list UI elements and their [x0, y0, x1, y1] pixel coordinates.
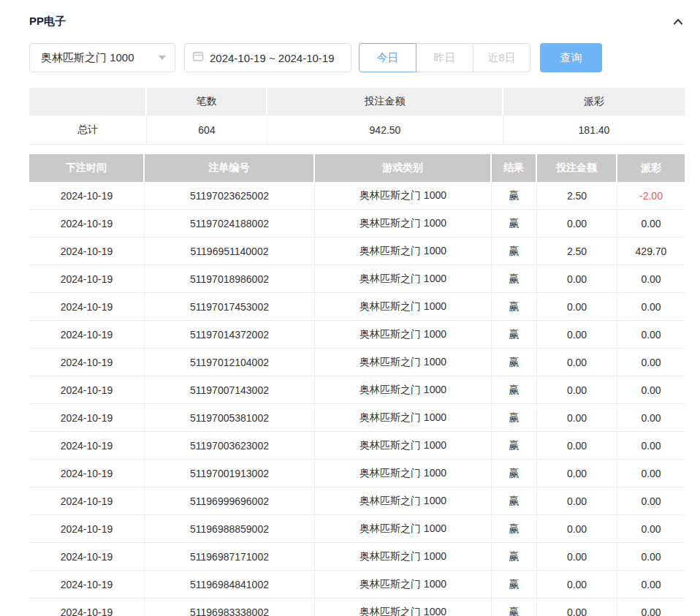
- cell-result: 赢: [492, 543, 537, 571]
- detail-column-header: 游戏类别: [315, 154, 492, 182]
- cell-bet-amount: 2.50: [537, 237, 617, 265]
- cell-game-type: 奥林匹斯之门 1000: [315, 210, 492, 237]
- cell-bet-time: 2024-10-19: [29, 460, 145, 487]
- cell-result: 赢: [492, 404, 537, 432]
- cell-game-type: 奥林匹斯之门 1000: [315, 487, 492, 515]
- cell-order-no: 51196984841002: [145, 571, 315, 598]
- pp-games-panel: PP电子 奥林匹斯之门 1000 2024-10-19 ~: [29, 0, 685, 616]
- cell-bet-time: 2024-10-19: [29, 487, 145, 515]
- cell-bet-amount: 0.00: [537, 293, 617, 321]
- detail-column-header: 结果: [492, 154, 537, 182]
- cell-payout: 0.00: [617, 432, 685, 460]
- cell-bet-amount: 0.00: [537, 432, 617, 460]
- cell-bet-amount: 0.00: [537, 321, 617, 349]
- cell-game-type: 奥林匹斯之门 1000: [315, 460, 492, 487]
- cell-order-no: 51197024188002: [145, 210, 315, 237]
- cell-result: 赢: [492, 376, 537, 404]
- chevron-up-icon: [672, 19, 685, 30]
- cell-order-no: 51197005381002: [145, 404, 315, 432]
- cell-game-type: 奥林匹斯之门 1000: [315, 349, 492, 376]
- table-row: 2024-10-1951196999696002奥林匹斯之门 1000赢0.00…: [29, 487, 685, 515]
- cell-bet-time: 2024-10-19: [29, 321, 145, 349]
- cell-bet-amount: 0.00: [537, 598, 617, 616]
- summary-column-header: [29, 88, 147, 115]
- detail-column-header: 投注金额: [537, 154, 617, 182]
- summary-table: 笔数投注金额派彩 总计 604 942.50 181.40: [29, 88, 685, 145]
- panel-header: PP电子: [29, 0, 685, 28]
- cell-result: 赢: [492, 487, 537, 515]
- table-row: 2024-10-1951196987171002奥林匹斯之门 1000赢0.00…: [29, 543, 685, 571]
- detail-column-header: 注单编号: [145, 154, 315, 182]
- cell-result: 赢: [492, 460, 537, 487]
- cell-result: 赢: [492, 349, 537, 376]
- cell-bet-amount: 0.00: [537, 265, 617, 293]
- detail-column-header: 派彩: [617, 154, 685, 182]
- table-row: 2024-10-1951197023625002奥林匹斯之门 1000赢2.50…: [29, 182, 685, 210]
- cell-payout: 0.00: [617, 265, 685, 293]
- cell-bet-amount: 0.00: [537, 515, 617, 543]
- summary-total-label: 总计: [29, 115, 147, 145]
- table-row: 2024-10-1951197014372002奥林匹斯之门 1000赢0.00…: [29, 321, 685, 349]
- cell-bet-amount: 0.00: [537, 376, 617, 404]
- cell-bet-time: 2024-10-19: [29, 543, 145, 571]
- cell-bet-time: 2024-10-19: [29, 182, 145, 210]
- cell-bet-time: 2024-10-19: [29, 432, 145, 460]
- cell-order-no: 51197012104002: [145, 349, 315, 376]
- quick-date-button[interactable]: 昨日: [416, 43, 473, 72]
- cell-bet-time: 2024-10-19: [29, 598, 145, 616]
- cell-payout: 0.00: [617, 515, 685, 543]
- cell-game-type: 奥林匹斯之门 1000: [315, 321, 492, 349]
- summary-payout: 181.40: [503, 115, 685, 145]
- cell-order-no: 51196987171002: [145, 543, 315, 571]
- cell-game-type: 奥林匹斯之门 1000: [315, 237, 492, 265]
- cell-game-type: 奥林匹斯之门 1000: [315, 571, 492, 598]
- cell-bet-amount: 0.00: [537, 460, 617, 487]
- table-row: 2024-10-1951196983338002奥林匹斯之门 1000赢0.00…: [29, 598, 685, 616]
- cell-bet-amount: 0.00: [537, 571, 617, 598]
- cell-bet-amount: 0.00: [537, 487, 617, 515]
- cell-payout: 0.00: [617, 376, 685, 404]
- detail-table-body: 2024-10-1951197023625002奥林匹斯之门 1000赢2.50…: [29, 182, 685, 616]
- cell-order-no: 51197014372002: [145, 321, 315, 349]
- cell-payout: 0.00: [617, 349, 685, 376]
- cell-result: 赢: [492, 293, 537, 321]
- table-row: 2024-10-1951197018986002奥林匹斯之门 1000赢0.00…: [29, 265, 685, 293]
- quick-date-button[interactable]: 近8日: [473, 43, 530, 72]
- cell-payout: 0.00: [617, 210, 685, 237]
- detail-header-row: 下注时间注单编号游戏类别结果投注金额派彩: [29, 154, 685, 182]
- cell-order-no: 51197001913002: [145, 460, 315, 487]
- table-row: 2024-10-1951197017453002奥林匹斯之门 1000赢0.00…: [29, 293, 685, 321]
- cell-bet-time: 2024-10-19: [29, 376, 145, 404]
- summary-column-header: 派彩: [503, 88, 685, 115]
- cell-bet-amount: 0.00: [537, 543, 617, 571]
- cell-game-type: 奥林匹斯之门 1000: [315, 376, 492, 404]
- table-row: 2024-10-1951196951140002奥林匹斯之门 1000赢2.50…: [29, 237, 685, 265]
- summary-column-header: 笔数: [147, 88, 267, 115]
- cell-result: 赢: [492, 598, 537, 616]
- cell-order-no: 51197017453002: [145, 293, 315, 321]
- cell-result: 赢: [492, 515, 537, 543]
- quick-date-button[interactable]: 今日: [359, 43, 416, 72]
- table-row: 2024-10-1951197007143002奥林匹斯之门 1000赢0.00…: [29, 376, 685, 404]
- query-button[interactable]: 查询: [540, 43, 602, 72]
- date-range-value: 2024-10-19 ~ 2024-10-19: [210, 52, 335, 64]
- cell-order-no: 51197007143002: [145, 376, 315, 404]
- cell-result: 赢: [492, 182, 537, 210]
- game-select[interactable]: 奥林匹斯之门 1000: [29, 43, 175, 72]
- cell-payout: 0.00: [617, 487, 685, 515]
- cell-order-no: 51196951140002: [145, 237, 315, 265]
- cell-order-no: 51197003623002: [145, 432, 315, 460]
- cell-payout: 0.00: [617, 598, 685, 616]
- table-row: 2024-10-1951197001913002奥林匹斯之门 1000赢0.00…: [29, 460, 685, 487]
- table-row: 2024-10-1951196984841002奥林匹斯之门 1000赢0.00…: [29, 571, 685, 598]
- cell-bet-amount: 0.00: [537, 210, 617, 237]
- cell-payout: 0.00: [617, 293, 685, 321]
- cell-order-no: 51196988859002: [145, 515, 315, 543]
- quick-date-button-group: 今日昨日近8日: [359, 43, 530, 72]
- cell-game-type: 奥林匹斯之门 1000: [315, 182, 492, 210]
- table-row: 2024-10-1951197005381002奥林匹斯之门 1000赢0.00…: [29, 404, 685, 432]
- date-range-picker[interactable]: 2024-10-19 ~ 2024-10-19: [184, 43, 351, 72]
- cell-bet-amount: 2.50: [537, 182, 617, 210]
- collapse-button[interactable]: [672, 16, 685, 28]
- cell-game-type: 奥林匹斯之门 1000: [315, 293, 492, 321]
